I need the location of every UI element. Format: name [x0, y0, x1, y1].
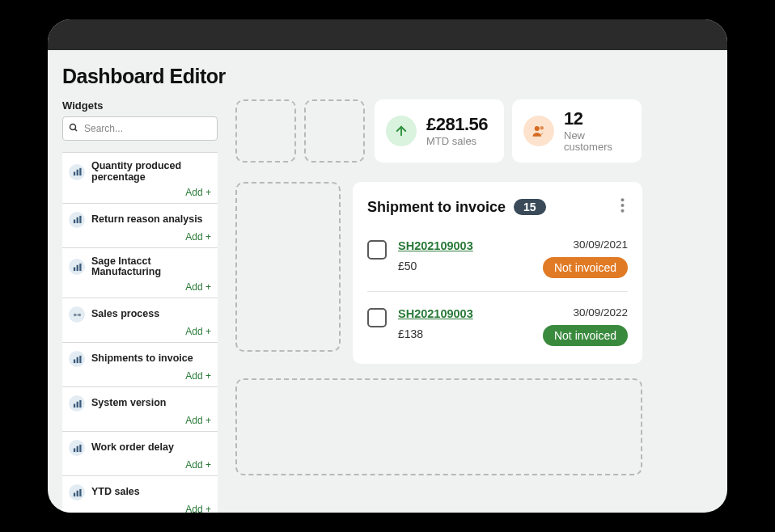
widget-item-work-order-delay[interactable]: Work order delay Add + [62, 432, 218, 476]
svg-point-12 [78, 313, 81, 316]
content-area: Dashboard Editor Widgets Quantity produc… [48, 50, 727, 513]
widget-label: Return reason analysis [91, 214, 203, 226]
svg-rect-5 [73, 220, 74, 224]
search-input[interactable] [62, 116, 218, 141]
svg-rect-3 [76, 170, 78, 175]
add-button[interactable]: Add + [185, 187, 211, 198]
search-icon [69, 121, 78, 136]
svg-rect-8 [73, 267, 74, 271]
add-button[interactable]: Add + [185, 326, 211, 337]
svg-point-11 [73, 313, 76, 316]
checkbox[interactable] [367, 240, 387, 260]
widget-label: Quantity produced percentage [91, 161, 211, 184]
users-icon [523, 116, 554, 146]
status-badge: Not invoiced [543, 325, 628, 346]
svg-rect-2 [73, 172, 74, 176]
svg-rect-25 [79, 488, 81, 496]
add-button[interactable]: Add + [185, 415, 211, 426]
svg-point-0 [70, 125, 76, 130]
widget-label: Sales process [91, 309, 159, 320]
svg-line-1 [75, 129, 78, 132]
kpi-value: 12 [564, 109, 630, 129]
drop-zone[interactable] [235, 378, 642, 475]
kpi-new-customers[interactable]: 12 New customers [512, 99, 642, 163]
svg-point-29 [620, 198, 624, 201]
app-window: Dashboard Editor Widgets Quantity produc… [48, 19, 727, 513]
shipment-date: 30/09/2021 [543, 239, 628, 251]
widget-item-system-version[interactable]: System version Add + [62, 387, 218, 432]
shipment-header: Shipment to invoice 15 [367, 195, 628, 219]
widget-item-sales-process[interactable]: Sales process Add + [62, 298, 218, 343]
widget-list: Quantity produced percentage Add + Retur… [62, 152, 218, 513]
chart-icon [69, 351, 85, 367]
widget-item-shipments-to-invoice[interactable]: Shipments to invoice Add + [62, 343, 218, 387]
shipment-date: 30/09/2022 [543, 306, 628, 319]
shipment-card[interactable]: Shipment to invoice 15 SH202109003 £50 [353, 182, 642, 364]
svg-rect-4 [79, 168, 81, 175]
page-title: Dashboard Editor [62, 65, 713, 88]
shipment-amount: £138 [398, 327, 531, 340]
process-icon [69, 306, 85, 323]
svg-rect-10 [79, 264, 81, 271]
widget-label: Sage Intacct Manufacturing [91, 256, 211, 279]
widgets-heading: Widgets [62, 99, 218, 112]
kpi-sub: New customers [564, 130, 630, 154]
widget-label: YTD sales [91, 487, 140, 498]
kebab-menu-icon[interactable] [617, 195, 628, 219]
svg-rect-21 [76, 445, 78, 451]
widget-item-ytd-sales[interactable]: YTD sales Add + [62, 476, 218, 513]
drop-zone[interactable] [304, 99, 365, 163]
chart-icon [69, 164, 85, 180]
dashboard-canvas[interactable]: £281.56 MTD sales 12 New customers [235, 99, 713, 513]
svg-rect-24 [76, 490, 78, 496]
widget-item-sage-intacct[interactable]: Sage Intacct Manufacturing Add + [62, 248, 218, 299]
svg-rect-9 [76, 265, 78, 271]
widget-item-return-reason[interactable]: Return reason analysis Add + [62, 204, 218, 248]
main-layout: Widgets Quantity produced percentage Add… [62, 99, 713, 513]
svg-point-28 [540, 126, 544, 130]
search-wrapper [62, 116, 218, 141]
svg-rect-23 [73, 492, 74, 496]
chart-icon [69, 259, 85, 275]
status-badge: Not invoiced [543, 257, 628, 278]
chart-icon [69, 395, 85, 412]
widget-label: Work order delay [91, 442, 174, 454]
svg-rect-15 [76, 357, 78, 362]
widgets-sidebar: Widgets Quantity produced percentage Add… [62, 99, 218, 513]
add-button[interactable]: Add + [185, 370, 211, 382]
window-titlebar [48, 19, 727, 50]
add-button[interactable]: Add + [185, 281, 211, 293]
kpi-sub: MTD sales [426, 136, 488, 147]
svg-rect-16 [79, 355, 81, 362]
widget-item-quantity-produced[interactable]: Quantity produced percentage Add + [62, 153, 218, 204]
add-button[interactable]: Add + [185, 231, 211, 243]
shipment-amount: £50 [398, 260, 531, 272]
svg-rect-18 [76, 401, 78, 407]
shipment-count-badge: 15 [514, 199, 546, 215]
svg-point-27 [535, 126, 540, 131]
svg-rect-6 [76, 217, 78, 223]
shipment-id-link[interactable]: SH202109003 [398, 239, 473, 252]
shipment-row: SH202109003 £50 30/09/2021 Not invoiced [367, 230, 628, 291]
kpi-value: £281.56 [426, 115, 488, 134]
shipment-title: Shipment to invoice [367, 199, 506, 216]
shipment-row: SH202109003 £138 30/09/2022 Not invoiced [367, 291, 628, 359]
kpi-mtd-sales[interactable]: £281.56 MTD sales [375, 99, 504, 163]
svg-rect-22 [79, 444, 81, 451]
svg-point-30 [620, 204, 624, 207]
checkbox[interactable] [367, 308, 387, 327]
drop-zone[interactable] [235, 182, 341, 352]
add-button[interactable]: Add + [185, 459, 211, 471]
arrow-up-icon [386, 116, 417, 146]
svg-rect-19 [79, 399, 81, 407]
chart-icon [69, 440, 85, 456]
drop-zone[interactable] [235, 99, 296, 163]
add-button[interactable]: Add + [185, 504, 211, 513]
shipment-id-link[interactable]: SH202109003 [398, 307, 473, 320]
svg-rect-20 [73, 448, 74, 452]
svg-rect-7 [79, 216, 81, 223]
svg-point-31 [620, 209, 624, 213]
chart-icon [69, 212, 85, 228]
svg-rect-14 [73, 359, 74, 363]
widget-label: System version [91, 398, 166, 409]
